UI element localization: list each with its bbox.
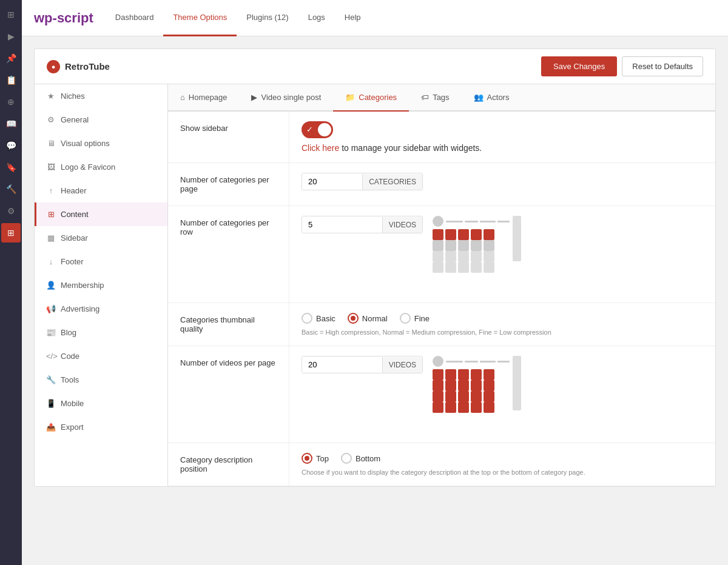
categories-per-row-controls: VIDEOS — [302, 216, 703, 273]
videos-per-page-input[interactable] — [302, 356, 382, 373]
icon-sidebar-item-1[interactable]: ⊞ — [1, 5, 21, 24]
show-sidebar-toggle[interactable]: ✓ — [302, 121, 333, 138]
nav-tab-help[interactable]: Help — [335, 0, 371, 36]
gc-4-5 — [484, 262, 494, 273]
admin-panel: ● RetroTube Save Changes Reset to Defaul… — [34, 48, 716, 487]
sidebar-nav-tools[interactable]: 🔧 Tools — [35, 368, 167, 392]
radio-fine[interactable]: Fine — [400, 313, 430, 324]
gc-6-2 — [445, 380, 456, 391]
panel-actions: Save Changes Reset to Defaults — [541, 56, 703, 76]
categories-per-page-input[interactable] — [302, 173, 362, 190]
tab-homepage-label: Homepage — [189, 93, 228, 102]
sidebar-nav-footer-label: Footer — [61, 257, 84, 266]
panel-title-icon: ● — [47, 60, 60, 73]
tab-actors[interactable]: 👥 Actors — [462, 84, 522, 112]
sidebar-nav-advertising[interactable]: 📢 Advertising — [35, 297, 167, 321]
gc-7-5 — [484, 391, 494, 402]
sidebar-nav-sidebar[interactable]: ▦ Sidebar — [35, 226, 167, 250]
icon-sidebar-item-3[interactable]: 📌 — [1, 48, 21, 68]
icon-sidebar-item-8[interactable]: 🔖 — [1, 158, 21, 177]
radio-basic[interactable]: Basic — [302, 313, 335, 324]
videos-badge-2: VIDEOS — [382, 357, 422, 373]
videos-per-page-label: Number of videos per page — [168, 346, 289, 443]
icon-sidebar-item-11[interactable]: ⊞ — [1, 223, 21, 242]
reset-defaults-button[interactable]: Reset to Defaults — [622, 56, 703, 76]
thumbnail-quality-radio-group: Basic Normal — [302, 313, 703, 324]
click-here-link[interactable]: Click here — [302, 143, 339, 153]
sidebar-nav-general[interactable]: ⚙ General — [35, 108, 167, 132]
sidebar-nav: ★ Niches ⚙ General 🖥 Visual options � — [35, 84, 168, 486]
radio-bottom[interactable]: Bottom — [341, 453, 380, 464]
gc-2-3 — [458, 240, 469, 251]
gc-5-4 — [471, 369, 482, 380]
sidebar-nav-niches-label: Niches — [61, 92, 85, 101]
sidebar-nav-logo-favicon[interactable]: 🖼 Logo & Favicon — [35, 155, 167, 179]
sidebar-nav-visual-options[interactable]: 🖥 Visual options — [35, 132, 167, 155]
radio-top[interactable]: Top — [302, 453, 329, 464]
icon-sidebar-item-4[interactable]: 📋 — [1, 70, 21, 90]
nav-tab-dashboard[interactable]: Dashboard — [106, 0, 164, 36]
icon-sidebar-item-9[interactable]: 🔨 — [1, 179, 21, 199]
membership-icon: 👤 — [46, 281, 56, 290]
sidebar-nav-membership-label: Membership — [61, 281, 104, 290]
sidebar-nav-header[interactable]: ↑ Header — [35, 179, 167, 202]
tab-homepage[interactable]: ⌂ Homepage — [168, 84, 239, 112]
sidebar-nav-footer[interactable]: ↓ Footer — [35, 250, 167, 273]
grid-preview-2 — [433, 356, 521, 413]
gear-icon: ⚙ — [46, 115, 56, 124]
description-position-row: Category description position Top — [168, 443, 715, 486]
actors-icon: 👥 — [474, 93, 484, 102]
tab-video-single-post[interactable]: ▶ Video single post — [239, 84, 333, 112]
radio-basic-label: Basic — [316, 314, 335, 323]
categories-per-row-input-group: VIDEOS — [302, 216, 423, 233]
save-changes-button[interactable]: Save Changes — [541, 56, 617, 76]
gc-3-2 — [445, 251, 456, 262]
grid-sidebar-bar-1 — [513, 216, 521, 261]
grid-preview-content — [433, 216, 510, 273]
grid-row-7 — [433, 391, 510, 402]
radio-top-label: Top — [316, 454, 329, 463]
advertising-icon: 📢 — [46, 304, 56, 313]
panel-title-text: RetroTube — [65, 61, 110, 72]
radio-fine-label: Fine — [414, 314, 430, 323]
sidebar-nav-blog[interactable]: 📰 Blog — [35, 321, 167, 344]
show-sidebar-label: Show sidebar — [168, 112, 289, 162]
sidebar-nav-content[interactable]: ⊞ Content — [35, 202, 167, 226]
tab-tags[interactable]: 🏷 Tags — [409, 84, 461, 112]
nav-tab-plugins[interactable]: Plugins (12) — [237, 0, 298, 36]
sidebar-nav-export[interactable]: 📤 Export — [35, 415, 167, 439]
line-3 — [480, 221, 496, 222]
icon-sidebar-item-7[interactable]: 💬 — [1, 136, 21, 155]
nav-tab-logs[interactable]: Logs — [298, 0, 335, 36]
sidebar-nav-membership[interactable]: 👤 Membership — [35, 273, 167, 297]
radio-inner-normal — [351, 316, 356, 321]
gc-5-1 — [433, 369, 443, 380]
gc-2-1 — [433, 240, 443, 251]
categories-per-page-control: CATEGORIES — [289, 163, 715, 206]
sidebar-nav-code[interactable]: </> Code — [35, 344, 167, 368]
line-1 — [446, 221, 463, 222]
toggle-track[interactable]: ✓ — [302, 121, 333, 138]
sidebar-nav-visual-options-label: Visual options — [61, 139, 110, 148]
description-position-hint: Choose if you want to display the catego… — [302, 469, 703, 476]
icon-sidebar-item-2[interactable]: ▶ — [1, 27, 21, 46]
icon-sidebar-item-6[interactable]: 📖 — [1, 114, 21, 133]
sidebar-nav-mobile[interactable]: 📱 Mobile — [35, 392, 167, 415]
homepage-icon: ⌂ — [180, 93, 185, 102]
tab-categories[interactable]: 📁 Categories — [333, 84, 409, 112]
categories-per-row-input[interactable] — [302, 216, 382, 233]
description-position-label: Category description position — [168, 443, 289, 486]
sidebar-nav-niches[interactable]: ★ Niches — [35, 84, 167, 108]
icon-sidebar: ⊞ ▶ 📌 📋 ⊕ 📖 💬 🔖 🔨 ⚙ ⊞ — [0, 0, 22, 565]
sidebar-nav-code-label: Code — [61, 352, 79, 361]
line-2 — [465, 221, 478, 222]
sidebar-nav-header-label: Header — [61, 186, 87, 195]
tab-categories-label: Categories — [359, 93, 397, 102]
nav-tab-theme-options[interactable]: Theme Options — [163, 0, 237, 36]
panel-body: ★ Niches ⚙ General 🖥 Visual options � — [35, 84, 715, 486]
videos-per-page-row: Number of videos per page VIDEOS — [168, 346, 715, 443]
icon-sidebar-item-5[interactable]: ⊕ — [1, 92, 21, 112]
radio-normal[interactable]: Normal — [348, 313, 388, 324]
tag-icon: 🏷 — [421, 93, 429, 102]
icon-sidebar-item-10[interactable]: ⚙ — [1, 201, 21, 221]
